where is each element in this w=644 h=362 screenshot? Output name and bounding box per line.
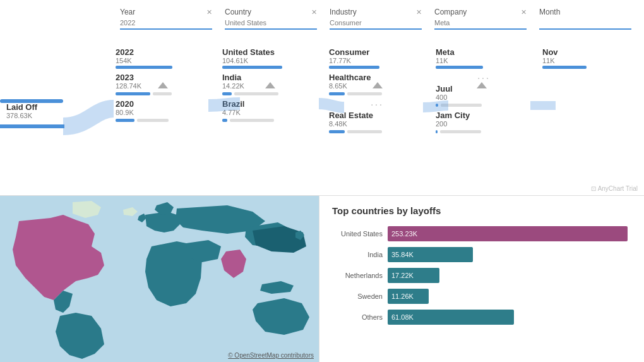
filter-industry: Industry ✕ Consumer	[323, 8, 428, 30]
year-item-2022[interactable]: 2022 154K	[116, 47, 212, 69]
month-item-nov[interactable]: Nov 11K	[542, 47, 639, 69]
bar-container-sweden: 11.26K	[388, 289, 631, 304]
top-panel: Year ✕ 2022 Country ✕ United States Indu…	[0, 0, 644, 196]
bar-value-india: 35.84K	[391, 251, 414, 258]
laid-off-label: Laid Off	[6, 102, 37, 112]
bar-container-netherlands: 17.22K	[388, 268, 631, 283]
sankey-area: Laid Off 378.63K 2022 154K 2023 128.74K	[0, 33, 644, 178]
filter-month-label: Month	[539, 8, 560, 16]
map-panel: © OpenStreetMap contributors	[0, 196, 319, 362]
filter-industry-label: Industry	[330, 8, 357, 16]
country-item-brazil[interactable]: Brazil 4.77K	[222, 99, 319, 122]
bar-label-others: Others	[332, 313, 383, 321]
filter-month-value	[539, 19, 631, 27]
filter-row: Year ✕ 2022 Country ✕ United States Indu…	[0, 0, 644, 30]
filter-industry-underline	[330, 28, 422, 30]
bar-label-netherlands: Netherlands	[332, 272, 383, 279]
filter-country-close[interactable]: ✕	[311, 8, 317, 16]
bar-value-netherlands: 17.22K	[391, 272, 414, 279]
filter-month: Month	[533, 8, 638, 30]
company-item-jamcity[interactable]: Jam City 200	[436, 111, 532, 133]
filter-year-underline	[120, 28, 212, 30]
bar-chart-title: Top countries by layoffs	[332, 205, 631, 216]
filter-country-value: United States	[225, 19, 317, 27]
filter-year-label: Year	[120, 8, 135, 16]
bottom-row: © OpenStreetMap contributors Top countri…	[0, 196, 644, 362]
sankey-col-country: United States 104.61K India 14.22K Brazi…	[217, 36, 324, 172]
filter-month-underline	[539, 28, 631, 30]
bar-value-others: 61.08K	[391, 313, 414, 321]
country-item-us[interactable]: United States 104.61K	[222, 47, 319, 69]
sankey-col-company: Meta 11K ··· Juul 400 Jam City 200	[431, 36, 537, 172]
industry-item-realestate[interactable]: Real Estate 8.48K	[329, 111, 426, 133]
bar-row-sweden: Sweden 11.26K	[332, 289, 631, 304]
filter-country-underline	[225, 28, 317, 30]
company-dots: ···	[436, 73, 532, 83]
bar-label-india: India	[332, 251, 383, 258]
bar-fill-india: 35.84K	[388, 247, 473, 262]
bar-row-others: Others 61.08K	[332, 310, 631, 325]
filter-country-label: Country	[225, 8, 251, 16]
industry-item-consumer[interactable]: Consumer 17.77K	[329, 47, 426, 69]
bar-fill-sweden: 11.26K	[388, 289, 429, 304]
bar-container-others: 61.08K	[388, 310, 631, 325]
bar-fill-us: 253.23K	[388, 226, 628, 241]
bar-label-us: United States	[332, 230, 383, 238]
bar-chart-panel: Top countries by layoffs United States 2…	[319, 196, 644, 362]
filter-industry-close[interactable]: ✕	[416, 8, 422, 16]
left-label: Laid Off 378.63K	[6, 102, 37, 119]
bar-value-sweden: 11.26K	[391, 293, 414, 300]
sankey-col-year: 2022 154K 2023 128.74K 2020 80.9K	[110, 36, 217, 172]
map-credit[interactable]: © OpenStreetMap contributors	[228, 352, 314, 359]
industry-item-healthcare[interactable]: Healthcare 8.65K	[329, 73, 426, 95]
filter-company-underline	[434, 28, 527, 30]
filter-company-close[interactable]: ✕	[521, 8, 527, 16]
bar-container-india: 35.84K	[388, 247, 631, 262]
laid-off-value: 378.63K	[6, 112, 37, 119]
country-item-india[interactable]: India 14.22K	[222, 73, 319, 95]
anychart-watermark: ⊡ AnyChart Trial	[591, 185, 638, 192]
bar-fill-netherlands: 17.22K	[388, 268, 439, 283]
company-item-meta[interactable]: Meta 11K	[436, 47, 532, 69]
world-map-svg	[0, 196, 319, 362]
bar-value-us: 253.23K	[391, 230, 417, 238]
filter-company-value: Meta	[434, 19, 527, 27]
filter-company: Company ✕ Meta	[428, 8, 533, 30]
bar-row-india: India 35.84K	[332, 247, 631, 262]
industry-dots: ···	[329, 99, 426, 109]
filter-year-value: 2022	[120, 19, 212, 27]
left-bar	[0, 99, 63, 103]
year-item-2020[interactable]: 2020 80.9K	[116, 99, 212, 122]
company-item-juul[interactable]: Juul 400	[436, 84, 532, 107]
filter-company-label: Company	[434, 8, 467, 16]
filter-industry-value: Consumer	[330, 19, 422, 27]
anychart-icon: ⊡	[591, 185, 596, 192]
sankey-columns: 2022 154K 2023 128.74K 2020 80.9K	[110, 33, 644, 172]
filter-country: Country ✕ United States	[218, 8, 323, 30]
year-item-2023[interactable]: 2023 128.74K	[116, 73, 212, 95]
filter-year-close[interactable]: ✕	[206, 8, 212, 16]
bar-fill-others: 61.08K	[388, 310, 514, 325]
filter-year: Year ✕ 2022	[114, 8, 218, 30]
bar-row-us: United States 253.23K	[332, 226, 631, 241]
bar-row-netherlands: Netherlands 17.22K	[332, 268, 631, 283]
bar-container-us: 253.23K	[388, 226, 631, 241]
sankey-col-month: Nov 11K	[537, 36, 644, 172]
sankey-col-industry: Consumer 17.77K Healthcare 8.65K ··· Rea…	[324, 36, 431, 172]
bar-label-sweden: Sweden	[332, 293, 383, 300]
